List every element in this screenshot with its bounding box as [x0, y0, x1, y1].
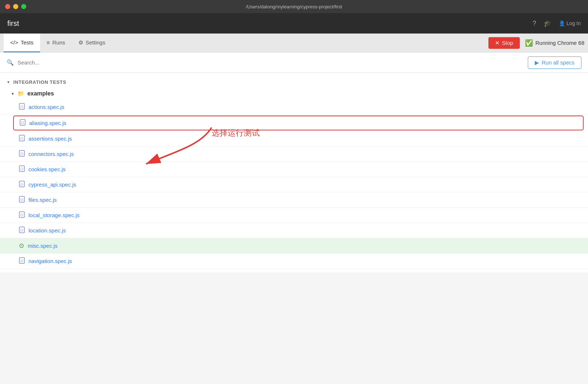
running-icon: ⊙: [19, 242, 24, 250]
file-row[interactable]: {} files.spec.js: [0, 192, 588, 208]
play-icon: ▶: [535, 59, 539, 66]
file-name: navigation.spec.js: [28, 258, 72, 264]
svg-text:{}: {}: [20, 259, 24, 263]
file-row[interactable]: {} location.spec.js: [0, 223, 588, 238]
tests-icon: </>: [10, 39, 18, 46]
login-label: Log In: [566, 20, 581, 26]
spec-file-icon: {}: [19, 181, 25, 188]
runs-icon: ≡: [47, 39, 50, 46]
settings-label: Settings: [86, 39, 105, 46]
file-row[interactable]: {} cookies.spec.js: [0, 162, 588, 177]
file-tree: ▼ INTEGRATION TESTS ▼ 📁 examples {} acti…: [0, 73, 588, 273]
stop-button[interactable]: ✕ Stop: [488, 37, 520, 49]
folder-icon: 📁: [18, 90, 24, 97]
section-arrow-icon: ▼: [7, 80, 11, 84]
nav-tabs: </> Tests ≡ Runs ⚙ Settings ✕ Stop ✅ Run…: [0, 34, 588, 52]
file-name: assertions.spec.js: [28, 136, 72, 142]
title-bar: /Users/dalong/mylearning/cypress-project…: [0, 0, 588, 13]
file-name: files.spec.js: [28, 197, 57, 203]
running-status: ✅ Running Chrome 68: [525, 39, 584, 47]
file-row[interactable]: {} assertions.spec.js: [0, 131, 588, 146]
file-row[interactable]: {} connectors.spec.js: [0, 146, 588, 162]
search-icon: 🔍: [7, 59, 14, 66]
spec-file-icon: {}: [19, 257, 25, 265]
svg-text:{}: {}: [20, 213, 24, 217]
maximize-button[interactable]: [21, 4, 26, 9]
file-name: cookies.spec.js: [28, 166, 66, 172]
svg-text:{}: {}: [21, 121, 24, 125]
spec-file-icon: {}: [19, 103, 25, 111]
stop-label: Stop: [502, 40, 513, 46]
tab-tests[interactable]: </> Tests: [4, 34, 40, 52]
tests-label: Tests: [21, 39, 34, 46]
file-list: {} actions.spec.js {} aliasing.spec.js {…: [0, 99, 588, 269]
spec-file-icon: {}: [19, 196, 25, 204]
file-name: actions.spec.js: [28, 104, 64, 110]
running-check-icon: ✅: [525, 39, 533, 47]
search-bar: 🔍 ▶ Run all specs: [0, 52, 588, 73]
file-row[interactable]: {} navigation.spec.js: [0, 254, 588, 269]
run-all-label: Run all specs: [542, 59, 575, 66]
running-label: Running Chrome 68: [535, 40, 584, 46]
traffic-lights: [5, 4, 26, 9]
search-left: 🔍: [7, 59, 127, 66]
file-row[interactable]: {} actions.spec.js: [0, 99, 588, 115]
app-title: first: [7, 19, 19, 28]
app-header: first ? 🎓 👤 Log In: [0, 13, 588, 34]
help-icon[interactable]: ?: [533, 20, 536, 27]
tab-settings[interactable]: ⚙ Settings: [72, 34, 112, 52]
svg-text:{}: {}: [20, 152, 24, 156]
spec-file-icon: {}: [19, 227, 25, 234]
graduation-icon[interactable]: 🎓: [543, 19, 552, 27]
stop-x-icon: ✕: [495, 40, 500, 46]
spec-file-icon: {}: [19, 165, 25, 173]
close-button[interactable]: [5, 4, 10, 9]
file-row[interactable]: ⊙misc.spec.js: [0, 238, 588, 254]
svg-text:{}: {}: [20, 183, 24, 186]
section-label: INTEGRATION TESTS: [13, 79, 66, 85]
svg-text:{}: {}: [20, 229, 24, 232]
spec-file-icon: {}: [20, 119, 26, 127]
svg-text:{}: {}: [20, 168, 24, 171]
svg-text:{}: {}: [20, 198, 24, 201]
spec-file-icon: {}: [19, 135, 25, 142]
runs-label: Runs: [52, 39, 65, 46]
settings-icon: ⚙: [78, 39, 83, 46]
file-name: local_storage.spec.js: [28, 212, 80, 218]
tab-runs[interactable]: ≡ Runs: [40, 34, 72, 52]
svg-text:{}: {}: [20, 137, 24, 140]
folder-name: examples: [27, 90, 54, 97]
nav-tabs-right: ✕ Stop ✅ Running Chrome 68: [488, 34, 584, 52]
file-name: misc.spec.js: [28, 243, 58, 249]
minimize-button[interactable]: [13, 4, 18, 9]
file-name: location.spec.js: [28, 227, 66, 234]
file-name: cypress_api.spec.js: [28, 181, 76, 188]
svg-text:{}: {}: [20, 105, 24, 109]
file-row[interactable]: {} cypress_api.spec.js: [0, 177, 588, 192]
examples-folder[interactable]: ▼ 📁 examples: [0, 88, 588, 99]
spec-file-icon: {}: [19, 150, 25, 158]
window-path: /Users/dalong/mylearning/cypress-project…: [246, 4, 342, 9]
search-input[interactable]: [18, 59, 127, 66]
run-all-specs-button[interactable]: ▶ Run all specs: [528, 56, 581, 69]
nav-tabs-left: </> Tests ≡ Runs ⚙ Settings: [4, 34, 112, 52]
file-row[interactable]: {} local_storage.spec.js: [0, 208, 588, 223]
spec-file-icon: {}: [19, 211, 25, 219]
folder-arrow-icon: ▼: [11, 92, 15, 96]
file-name: aliasing.spec.js: [29, 120, 66, 126]
person-icon: 👤: [559, 20, 565, 26]
integration-tests-section: ▼ INTEGRATION TESTS: [0, 77, 588, 88]
login-button[interactable]: 👤 Log In: [559, 20, 581, 26]
content-area: ▼ INTEGRATION TESTS ▼ 📁 examples {} acti…: [0, 73, 588, 273]
file-name: connectors.spec.js: [28, 151, 74, 157]
header-actions: ? 🎓 👤 Log In: [533, 19, 581, 27]
file-row[interactable]: {} aliasing.spec.js: [13, 115, 584, 130]
